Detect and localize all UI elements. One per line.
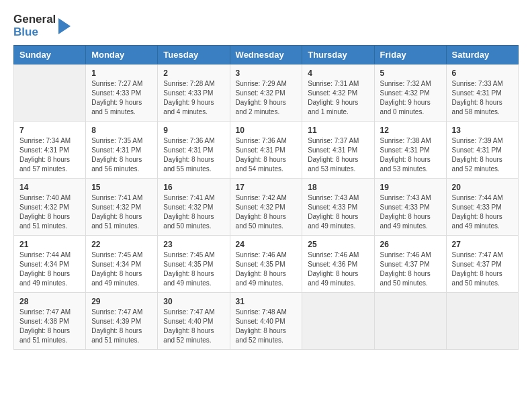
logo-wrapper: General Blue xyxy=(13,13,72,38)
calendar-week-row: 21Sunrise: 7:44 AMSunset: 4:34 PMDayligh… xyxy=(14,236,519,293)
calendar-cell: 14Sunrise: 7:40 AMSunset: 4:32 PMDayligh… xyxy=(14,179,86,236)
calendar-cell xyxy=(446,293,518,350)
day-number: 13 xyxy=(452,126,513,135)
calendar-cell: 27Sunrise: 7:47 AMSunset: 4:37 PMDayligh… xyxy=(446,236,518,293)
cell-content: Sunrise: 7:36 AMSunset: 4:31 PMDaylight:… xyxy=(236,136,297,174)
calendar-cell: 4Sunrise: 7:31 AMSunset: 4:32 PMDaylight… xyxy=(302,64,374,122)
cell-content: Sunrise: 7:47 AMSunset: 4:40 PMDaylight:… xyxy=(163,308,224,345)
cell-content: Sunrise: 7:29 AMSunset: 4:32 PMDaylight:… xyxy=(236,79,297,117)
day-header: Wednesday xyxy=(230,46,302,64)
day-number: 2 xyxy=(163,68,224,78)
calendar-cell: 16Sunrise: 7:41 AMSunset: 4:32 PMDayligh… xyxy=(158,179,230,236)
day-number: 20 xyxy=(452,183,513,192)
cell-content: Sunrise: 7:41 AMSunset: 4:32 PMDaylight:… xyxy=(163,193,224,231)
header: General Blue xyxy=(13,13,519,38)
day-number: 15 xyxy=(91,183,152,192)
day-number: 18 xyxy=(308,183,368,192)
calendar-cell xyxy=(14,64,86,122)
calendar-cell xyxy=(302,293,374,350)
calendar-cell: 31Sunrise: 7:48 AMSunset: 4:40 PMDayligh… xyxy=(230,293,302,350)
logo-blue: Blue xyxy=(13,26,56,39)
cell-content: Sunrise: 7:46 AMSunset: 4:36 PMDaylight:… xyxy=(308,250,368,288)
cell-content: Sunrise: 7:41 AMSunset: 4:32 PMDaylight:… xyxy=(91,193,152,231)
cell-content: Sunrise: 7:36 AMSunset: 4:31 PMDaylight:… xyxy=(163,136,224,174)
cell-content: Sunrise: 7:45 AMSunset: 4:35 PMDaylight:… xyxy=(163,250,224,288)
day-number: 17 xyxy=(236,183,297,192)
logo-general: General xyxy=(13,13,56,26)
cell-content: Sunrise: 7:28 AMSunset: 4:33 PMDaylight:… xyxy=(163,79,224,117)
calendar-week-row: 7Sunrise: 7:34 AMSunset: 4:31 PMDaylight… xyxy=(14,122,519,179)
logo-chevron-icon xyxy=(57,17,72,36)
day-number: 5 xyxy=(380,68,441,78)
calendar-cell: 15Sunrise: 7:41 AMSunset: 4:32 PMDayligh… xyxy=(86,179,158,236)
cell-content: Sunrise: 7:38 AMSunset: 4:31 PMDaylight:… xyxy=(380,136,441,174)
day-number: 7 xyxy=(19,126,80,135)
calendar-cell: 22Sunrise: 7:45 AMSunset: 4:34 PMDayligh… xyxy=(86,236,158,293)
cell-content: Sunrise: 7:37 AMSunset: 4:31 PMDaylight:… xyxy=(308,136,368,174)
calendar-cell: 3Sunrise: 7:29 AMSunset: 4:32 PMDaylight… xyxy=(230,64,302,122)
day-number: 31 xyxy=(236,297,297,306)
calendar-cell: 5Sunrise: 7:32 AMSunset: 4:32 PMDaylight… xyxy=(374,64,446,122)
calendar-cell: 17Sunrise: 7:42 AMSunset: 4:32 PMDayligh… xyxy=(230,179,302,236)
day-number: 8 xyxy=(91,126,152,135)
day-number: 3 xyxy=(236,68,297,78)
cell-content: Sunrise: 7:33 AMSunset: 4:31 PMDaylight:… xyxy=(452,79,513,117)
calendar-cell: 2Sunrise: 7:28 AMSunset: 4:33 PMDaylight… xyxy=(158,64,230,122)
day-number: 14 xyxy=(19,183,80,192)
cell-content: Sunrise: 7:43 AMSunset: 4:33 PMDaylight:… xyxy=(308,193,368,231)
logo-text: General Blue xyxy=(13,13,56,38)
calendar-cell: 20Sunrise: 7:44 AMSunset: 4:33 PMDayligh… xyxy=(446,179,518,236)
cell-content: Sunrise: 7:42 AMSunset: 4:32 PMDaylight:… xyxy=(236,193,297,231)
calendar-table: SundayMondayTuesdayWednesdayThursdayFrid… xyxy=(13,45,519,350)
day-header: Monday xyxy=(86,46,158,64)
cell-content: Sunrise: 7:48 AMSunset: 4:40 PMDaylight:… xyxy=(236,308,297,345)
day-number: 19 xyxy=(380,183,441,192)
cell-content: Sunrise: 7:43 AMSunset: 4:33 PMDaylight:… xyxy=(380,193,441,231)
day-number: 29 xyxy=(91,297,152,306)
day-number: 21 xyxy=(19,240,80,249)
logo: General Blue xyxy=(13,13,72,38)
calendar-cell: 18Sunrise: 7:43 AMSunset: 4:33 PMDayligh… xyxy=(302,179,374,236)
calendar-cell: 7Sunrise: 7:34 AMSunset: 4:31 PMDaylight… xyxy=(14,122,86,179)
day-number: 27 xyxy=(452,240,513,249)
day-header: Thursday xyxy=(302,46,374,64)
day-number: 23 xyxy=(163,240,224,249)
cell-content: Sunrise: 7:39 AMSunset: 4:31 PMDaylight:… xyxy=(452,136,513,174)
day-number: 24 xyxy=(236,240,297,249)
calendar-week-row: 1Sunrise: 7:27 AMSunset: 4:33 PMDaylight… xyxy=(14,64,519,122)
calendar-cell: 6Sunrise: 7:33 AMSunset: 4:31 PMDaylight… xyxy=(446,64,518,122)
calendar-cell: 26Sunrise: 7:46 AMSunset: 4:37 PMDayligh… xyxy=(374,236,446,293)
calendar-cell: 19Sunrise: 7:43 AMSunset: 4:33 PMDayligh… xyxy=(374,179,446,236)
day-number: 16 xyxy=(163,183,224,192)
calendar-cell: 1Sunrise: 7:27 AMSunset: 4:33 PMDaylight… xyxy=(86,64,158,122)
day-header: Saturday xyxy=(446,46,518,64)
day-number: 30 xyxy=(163,297,224,306)
cell-content: Sunrise: 7:45 AMSunset: 4:34 PMDaylight:… xyxy=(91,250,152,288)
calendar-cell: 25Sunrise: 7:46 AMSunset: 4:36 PMDayligh… xyxy=(302,236,374,293)
calendar-cell: 28Sunrise: 7:47 AMSunset: 4:38 PMDayligh… xyxy=(14,293,86,350)
cell-content: Sunrise: 7:32 AMSunset: 4:32 PMDaylight:… xyxy=(380,79,441,117)
cell-content: Sunrise: 7:35 AMSunset: 4:31 PMDaylight:… xyxy=(91,136,152,174)
calendar-cell: 9Sunrise: 7:36 AMSunset: 4:31 PMDaylight… xyxy=(158,122,230,179)
day-number: 6 xyxy=(452,68,513,78)
cell-content: Sunrise: 7:27 AMSunset: 4:33 PMDaylight:… xyxy=(91,79,152,117)
cell-content: Sunrise: 7:40 AMSunset: 4:32 PMDaylight:… xyxy=(19,193,80,231)
day-header: Friday xyxy=(374,46,446,64)
cell-content: Sunrise: 7:44 AMSunset: 4:33 PMDaylight:… xyxy=(452,193,513,231)
day-header: Tuesday xyxy=(158,46,230,64)
calendar-cell: 30Sunrise: 7:47 AMSunset: 4:40 PMDayligh… xyxy=(158,293,230,350)
day-number: 26 xyxy=(380,240,441,249)
day-number: 25 xyxy=(308,240,368,249)
calendar-cell: 10Sunrise: 7:36 AMSunset: 4:31 PMDayligh… xyxy=(230,122,302,179)
days-header-row: SundayMondayTuesdayWednesdayThursdayFrid… xyxy=(14,46,519,64)
cell-content: Sunrise: 7:34 AMSunset: 4:31 PMDaylight:… xyxy=(19,136,80,174)
day-number: 9 xyxy=(163,126,224,135)
calendar-cell: 13Sunrise: 7:39 AMSunset: 4:31 PMDayligh… xyxy=(446,122,518,179)
calendar-cell: 8Sunrise: 7:35 AMSunset: 4:31 PMDaylight… xyxy=(86,122,158,179)
cell-content: Sunrise: 7:31 AMSunset: 4:32 PMDaylight:… xyxy=(308,79,368,117)
calendar-cell: 21Sunrise: 7:44 AMSunset: 4:34 PMDayligh… xyxy=(14,236,86,293)
calendar-cell xyxy=(374,293,446,350)
cell-content: Sunrise: 7:47 AMSunset: 4:38 PMDaylight:… xyxy=(19,308,80,345)
calendar-week-row: 28Sunrise: 7:47 AMSunset: 4:38 PMDayligh… xyxy=(14,293,519,350)
svg-marker-0 xyxy=(58,18,71,34)
